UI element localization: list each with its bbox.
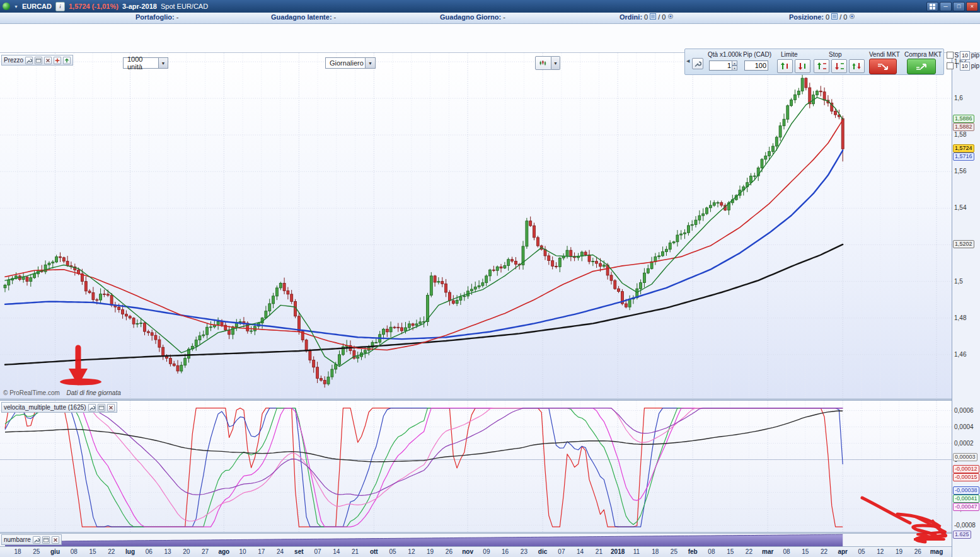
x-axis-week-label: 21 — [596, 548, 602, 555]
x-axis-week-label: 23 — [521, 548, 527, 555]
numbarre-panel-header: numbarre — [1, 534, 62, 545]
pip-input[interactable] — [744, 60, 768, 71]
add-indicator-button[interactable] — [54, 57, 61, 64]
sell-arrow-icon — [876, 62, 890, 71]
price-close-button[interactable] — [44, 57, 52, 64]
chart-style-button[interactable] — [535, 56, 551, 70]
x-axis-week-label: 18 — [652, 548, 659, 555]
x-axis-month-label: lug — [125, 548, 135, 555]
minimize-button[interactable]: ─ — [940, 2, 952, 11]
stop-pip-value[interactable]: 10 — [960, 51, 969, 60]
velocity-close-button[interactable] — [107, 404, 115, 411]
price-axis-tick: 1,58 — [954, 131, 966, 138]
quantity-label: Qtà x1.000k — [708, 51, 742, 58]
x-axis-week-label: 09 — [483, 548, 490, 555]
layout-grid-icon[interactable] — [926, 2, 938, 11]
x-axis-week-label: 15 — [802, 548, 809, 555]
account-info-bar: Portafoglio: - Guadagno latente: - Guada… — [0, 13, 980, 24]
position-slash: / — [839, 13, 841, 21]
orders-slash: / — [658, 13, 660, 21]
timeframe-dropdown-value: Giornaliero — [330, 59, 364, 67]
numbarre-close-button[interactable] — [52, 536, 59, 544]
unrealized-gain-field: Guadagno latente: - — [271, 13, 336, 21]
stop-target-box: S 10 pip T 10 pip — [947, 50, 979, 71]
provider-watermark: © ProRealTime.com — [3, 389, 60, 396]
stop-pip-row: S 10 pip — [947, 50, 979, 60]
x-axis-week-label: 27 — [202, 548, 209, 555]
trading-settings-button[interactable] — [692, 58, 703, 69]
price-detach-button[interactable] — [35, 57, 42, 64]
chart-style-dropdown[interactable]: ▼ — [551, 56, 560, 70]
panel-resize-handle[interactable] — [0, 398, 952, 401]
position-count: 0 — [826, 13, 829, 21]
velocity-panel-header: velocita_multiple_tutte (1625) — [1, 402, 117, 413]
limit-buy-button[interactable] — [777, 59, 793, 73]
quantity-stepper[interactable]: ▲▼ — [732, 60, 737, 71]
buy-market-button[interactable] — [907, 59, 936, 74]
numbarre-detach-button[interactable] — [42, 536, 50, 544]
velocity-panel-title: velocita_multiple_tutte (1625) — [4, 404, 86, 411]
price-settings-button[interactable] — [25, 57, 33, 64]
price-axis-tick: 1,54 — [954, 204, 966, 211]
x-axis-week-label: 26 — [914, 548, 921, 555]
sell-market-button[interactable] — [869, 59, 897, 74]
stop-buy-button[interactable] — [814, 59, 829, 73]
position-count-2: 0 — [843, 13, 847, 21]
symbol-caret-down-icon[interactable]: ▼ — [14, 4, 18, 9]
ma-blue-value-tag: 1,5716 — [953, 152, 974, 161]
sell-limit-icon — [797, 62, 809, 71]
indicator-axis-tick: 0,0004 — [954, 423, 974, 430]
units-dropdown[interactable]: 1000 unità ▼ — [123, 57, 168, 69]
orders-field: Ordini: 0 / 0 — [620, 13, 674, 21]
symbol-label[interactable]: EURCAD — [22, 3, 52, 10]
panel-resize-handle[interactable] — [0, 532, 952, 534]
velocity-settings-button[interactable] — [88, 404, 96, 411]
target-checkbox[interactable] — [947, 62, 954, 69]
x-axis-week-label: 24 — [277, 548, 284, 555]
timeframe-dropdown[interactable]: Giornaliero ▼ — [325, 57, 376, 69]
move-panel-up-button[interactable] — [63, 57, 71, 64]
velocity-indicator-canvas[interactable] — [0, 401, 952, 532]
price-chart-canvas[interactable] — [0, 53, 952, 398]
close-button[interactable]: × — [966, 2, 978, 11]
collapse-panel-icon[interactable]: ◀ — [686, 59, 689, 64]
chart-area: 1825giu081522lug06132027ago101724set0714… — [0, 53, 980, 557]
stop-sell-button[interactable] — [831, 59, 847, 73]
price-axis[interactable]: 1,621,61,581,561,541,521,51,481,460,0006… — [952, 53, 980, 557]
limit-sell-button[interactable] — [795, 59, 810, 73]
x-axis-week-label: 19 — [427, 548, 434, 555]
maximize-button[interactable]: □ — [953, 2, 965, 11]
indicator-axis-tick: 0,0002 — [954, 440, 974, 447]
pip-label: Pip (CAD) — [743, 51, 771, 58]
target-pip-value[interactable]: 10 — [960, 62, 970, 71]
quantity-input[interactable] — [709, 60, 733, 71]
wrench-icon — [89, 405, 95, 411]
x-axis-month-label: 2018 — [611, 548, 625, 555]
price-panel-header: Prezzo — [1, 55, 73, 66]
velocity-magenta-tag: -0,00047 — [953, 503, 979, 511]
sell-stop-icon — [834, 62, 845, 71]
velocity-detach-button[interactable] — [98, 404, 105, 411]
stop-trailing-button[interactable] — [849, 59, 865, 73]
position-settings-icon[interactable] — [849, 13, 855, 21]
close-icon — [108, 405, 114, 411]
watermark: © ProRealTime.com Dati di fine giornata — [3, 389, 121, 396]
x-axis-week-label: 21 — [352, 548, 359, 555]
wrench-icon — [694, 60, 701, 67]
x-axis-month-label: mar — [762, 548, 773, 555]
numbarre-canvas[interactable] — [0, 534, 952, 546]
window-controls: ─ □ × — [926, 2, 980, 11]
stop-checkbox[interactable] — [947, 52, 954, 59]
position-list-icon[interactable] — [831, 13, 838, 21]
x-axis-week-label: 16 — [502, 548, 509, 555]
time-axis[interactable]: 1825giu081522lug06132027ago101724set0714… — [0, 546, 952, 557]
numbarre-settings-button[interactable] — [33, 536, 40, 544]
stop-pip-unit: pip — [971, 52, 979, 59]
orders-settings-icon[interactable] — [667, 13, 674, 21]
plus-icon — [54, 57, 61, 64]
orders-list-icon[interactable] — [650, 13, 656, 21]
target-checkbox-label: T — [955, 62, 959, 69]
x-axis-week-label: 26 — [446, 548, 453, 555]
x-axis-week-label: 19 — [896, 548, 902, 555]
instrument-info-icon[interactable]: i — [55, 2, 65, 11]
